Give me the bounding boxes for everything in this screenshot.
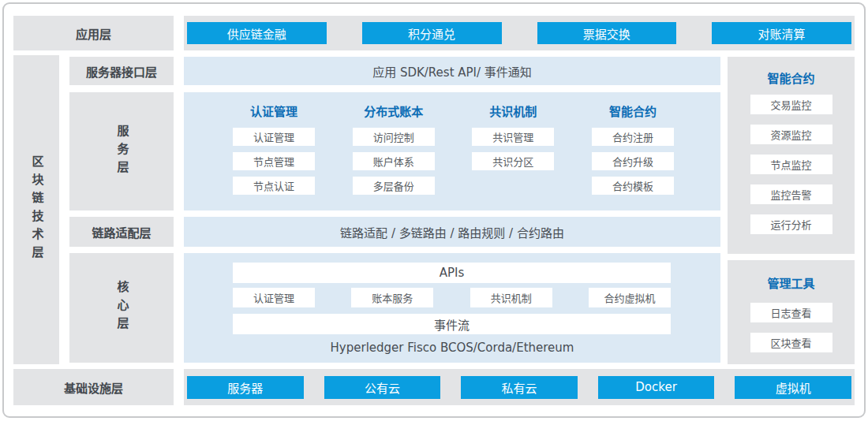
service-item: 共识分区 [472, 152, 554, 170]
service-item: 合约注册 [592, 128, 674, 146]
core-module: 认证管理 [233, 288, 315, 307]
service-item: 账户体系 [353, 152, 435, 170]
service-layer-text: 服务层 [116, 125, 128, 179]
core-layer-text: 核心层 [116, 281, 128, 335]
app-block-supply-chain-finance: 供应链金融 [187, 22, 327, 44]
panel-item: 运行分析 [750, 214, 832, 234]
service-column-smart-contract: 智能合约 合约注册 合约升级 合约模板 [592, 102, 674, 195]
link-adapter-layer-label: 链路适配层 [69, 217, 174, 247]
column-title: 共识机制 [489, 102, 537, 117]
core-modules-row: 认证管理 账本服务 共识机制 合约虚拟机 [233, 288, 671, 307]
infra-block-docker: Docker [598, 376, 715, 399]
blockchain-tech-layer-label: 区块链技术层 [13, 55, 59, 364]
service-columns: 认证管理 认证管理 节点管理 节点认证 分布式账本 访问控制 账户体系 多层备份… [233, 102, 674, 195]
core-module: 账本服务 [351, 288, 433, 307]
panel-item: 日志查看 [750, 303, 832, 322]
server-interface-layer-label: 服务器接口层 [69, 57, 174, 85]
infra-block-private-cloud: 私有云 [461, 376, 578, 399]
infra-layer-label: 基础设施层 [13, 369, 174, 405]
side-panel-management-tools: 管理工具 日志查看 区块查看 [728, 260, 855, 364]
app-block-reconciliation-clearing: 对账清算 [712, 22, 851, 44]
panel-item: 资源监控 [750, 125, 832, 144]
core-module: 合约虚拟机 [589, 288, 671, 307]
service-column-consensus: 共识机制 共识管理 共识分区 [472, 102, 554, 195]
app-layer-row: 供应链金融 积分通兑 票据交换 对账清算 [184, 16, 855, 50]
column-title: 认证管理 [250, 102, 297, 117]
service-item: 节点认证 [233, 177, 315, 195]
sdk-api-event-bar: 应用 SDK/Rest API/ 事件通知 [184, 57, 720, 85]
infra-block-server: 服务器 [187, 376, 304, 399]
blockchain-tech-layer-text: 区块链技术层 [31, 155, 43, 264]
service-item: 合约模板 [592, 177, 674, 195]
infra-block-vm: 虚拟机 [735, 376, 851, 399]
panel-title: 智能合约 [767, 69, 814, 84]
core-layer-label: 核心层 [69, 253, 174, 363]
column-title: 分布式账本 [364, 102, 423, 117]
service-item: 多层备份 [353, 177, 435, 195]
service-layer-box: 认证管理 认证管理 节点管理 节点认证 分布式账本 访问控制 账户体系 多层备份… [184, 92, 720, 210]
service-item: 合约升级 [592, 152, 674, 170]
core-module: 共识机制 [470, 288, 552, 307]
event-stream-bar: 事件流 [233, 314, 671, 334]
app-block-bill-exchange: 票据交换 [537, 22, 677, 44]
column-title: 智能合约 [609, 102, 657, 117]
service-column-distributed-ledger: 分布式账本 访问控制 账户体系 多层备份 [353, 102, 435, 195]
side-panel-smart-contract: 智能合约 交易监控 资源监控 节点监控 监控告警 运行分析 [728, 57, 855, 254]
infra-block-public-cloud: 公有云 [324, 376, 441, 399]
service-item: 认证管理 [233, 128, 315, 146]
service-item: 访问控制 [353, 128, 435, 146]
link-adapter-bar: 链路适配 / 多链路由 / 路由规则 / 合约路由 [184, 217, 720, 247]
service-item: 节点管理 [233, 152, 315, 170]
blockchain-architecture-page: { "colors": { "accent_blue": "#0a9ee0", … [0, 0, 868, 421]
service-item: 共识管理 [472, 128, 554, 146]
panel-item: 节点监控 [750, 155, 832, 174]
panel-item: 区块查看 [750, 333, 832, 352]
apis-bar: APIs [233, 263, 671, 283]
infra-layer-row: 服务器 公有云 私有云 Docker 虚拟机 [184, 369, 855, 405]
panel-title: 管理工具 [767, 274, 814, 289]
panel-item: 监控告警 [750, 184, 832, 204]
app-block-points-exchange: 积分通兑 [362, 22, 502, 44]
panel-item: 交易监控 [750, 95, 832, 114]
platforms-text: Hyperledger Fisco BCOS/Corda/Ethereum [184, 341, 720, 355]
service-column-auth: 认证管理 认证管理 节点管理 节点认证 [233, 102, 315, 195]
core-layer-box: APIs 认证管理 账本服务 共识机制 合约虚拟机 事件流 Hyperledge… [184, 253, 720, 363]
service-layer-label: 服务层 [69, 92, 174, 210]
app-layer-label: 应用层 [13, 16, 174, 50]
